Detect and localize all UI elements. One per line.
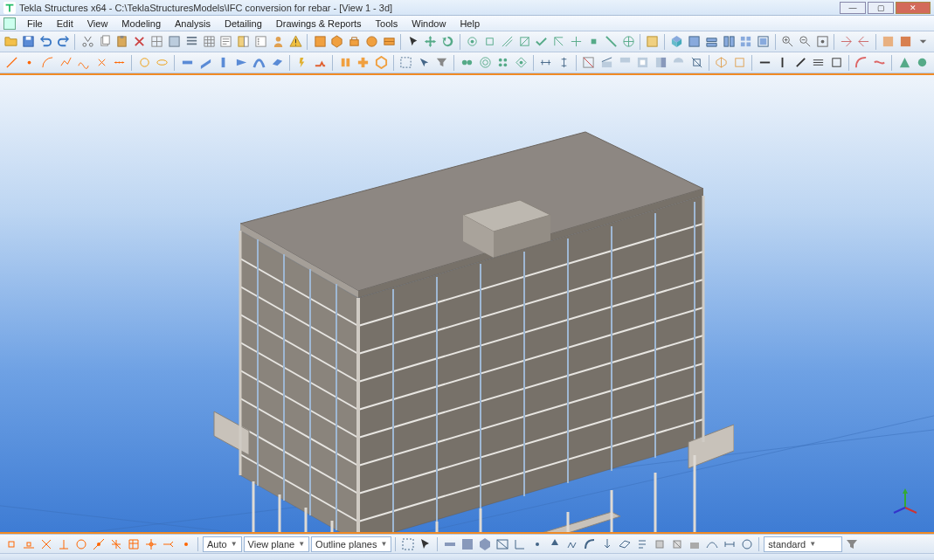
mat-1-icon[interactable] (459, 54, 475, 72)
clip-1-icon[interactable] (581, 54, 598, 72)
copy-icon[interactable] (97, 33, 113, 51)
snap-perp-icon[interactable] (56, 536, 72, 552)
section-4-icon[interactable] (811, 54, 827, 72)
sel-loads-icon[interactable] (599, 536, 615, 552)
shaded-icon[interactable] (166, 33, 182, 51)
wireframe-icon[interactable] (149, 33, 165, 51)
conn-3-icon[interactable] (373, 54, 390, 72)
snap-endpoint-icon[interactable] (3, 536, 19, 552)
sel-pour-icon[interactable] (687, 536, 702, 552)
clip-6-icon[interactable] (671, 54, 688, 72)
beam-5-icon[interactable] (252, 54, 268, 72)
ellipse-icon[interactable] (155, 54, 171, 72)
dim-2-icon[interactable] (556, 54, 572, 72)
snap-8-icon[interactable] (586, 33, 602, 51)
component-2-icon[interactable] (329, 33, 345, 51)
3d-viewport[interactable] (0, 75, 934, 532)
mat-4-icon[interactable] (513, 54, 529, 72)
delete-icon[interactable] (132, 33, 148, 51)
undo-icon[interactable] (38, 33, 54, 51)
open-icon[interactable] (3, 33, 19, 51)
pointer-icon[interactable] (405, 33, 421, 51)
clash-icon[interactable] (287, 33, 303, 51)
sel-all-icon[interactable] (400, 536, 416, 552)
spline-icon[interactable] (75, 54, 92, 72)
sel-welds-icon[interactable] (564, 536, 580, 552)
extra-1-icon[interactable] (839, 33, 854, 51)
select-1-icon[interactable] (398, 54, 414, 72)
snap-ref-icon[interactable] (143, 536, 159, 552)
sel-planes-icon[interactable] (617, 536, 633, 552)
sel-cursor-icon[interactable] (418, 536, 433, 552)
catalog-icon[interactable] (236, 33, 252, 51)
snap-auto-dropdown[interactable]: Auto▼ (203, 536, 242, 552)
sel-points-icon[interactable] (529, 536, 545, 552)
zoom-fit-icon[interactable] (814, 33, 830, 51)
section-2-icon[interactable] (774, 54, 791, 72)
section-1-icon[interactable] (757, 54, 773, 72)
beam-3-icon[interactable] (215, 54, 232, 72)
snap-4-icon[interactable] (516, 33, 532, 51)
selection-filter-dropdown[interactable]: standard▼ (764, 536, 842, 552)
sel-rebar-icon[interactable] (582, 536, 598, 552)
outline-planes-dropdown[interactable]: Outline planes▼ (311, 536, 391, 552)
line-icon[interactable] (3, 54, 20, 72)
snap-3-icon[interactable] (499, 33, 515, 51)
cross-icon[interactable] (93, 54, 110, 72)
mat-3-icon[interactable] (495, 54, 511, 72)
snap-6-icon[interactable] (551, 33, 567, 51)
snap-2-icon[interactable] (481, 33, 497, 51)
final-1-icon[interactable] (896, 54, 913, 72)
sel-distance-icon[interactable] (722, 536, 737, 552)
clip-7-icon[interactable] (688, 54, 705, 72)
mdi-icon[interactable] (3, 17, 16, 30)
section-5-icon[interactable] (828, 54, 845, 72)
view-4-icon[interactable] (721, 33, 737, 51)
weld-icon[interactable] (312, 54, 329, 72)
beam-2-icon[interactable] (197, 54, 214, 72)
point-icon[interactable] (22, 54, 38, 72)
mat-2-icon[interactable] (477, 54, 494, 72)
view-3-icon[interactable] (703, 33, 719, 51)
drop-1-icon[interactable] (915, 33, 931, 51)
component-1-icon[interactable] (312, 33, 328, 51)
snap-1-icon[interactable] (465, 33, 481, 51)
grid-icon[interactable] (201, 33, 217, 51)
sel-views-icon[interactable] (495, 536, 510, 552)
section-3-icon[interactable] (792, 54, 809, 72)
redo-icon[interactable] (56, 33, 72, 51)
zoom-out-icon[interactable] (797, 33, 813, 51)
properties-icon[interactable] (218, 33, 234, 51)
divide-icon[interactable] (112, 54, 128, 72)
snap-nearest-icon[interactable] (91, 536, 107, 552)
close-button[interactable]: ✕ (896, 2, 931, 14)
sel-grids-icon[interactable] (512, 536, 528, 552)
component-4-icon[interactable] (364, 33, 380, 51)
menu-file[interactable]: File (21, 17, 49, 30)
view-6-icon[interactable] (756, 33, 771, 51)
snap-7-icon[interactable] (569, 33, 585, 51)
snap-ext-icon[interactable] (161, 536, 176, 552)
iso-icon[interactable] (714, 54, 730, 72)
beam-4-icon[interactable] (233, 54, 250, 72)
snap-intersect-icon[interactable] (38, 536, 54, 552)
extra-2-icon[interactable] (856, 33, 872, 51)
menu-window[interactable]: Window (405, 17, 452, 30)
move-icon[interactable] (423, 33, 439, 51)
render-1-icon[interactable] (645, 33, 661, 51)
menu-help[interactable]: Help (453, 17, 486, 30)
component-5-icon[interactable] (381, 33, 397, 51)
minimize-button[interactable]: — (840, 2, 866, 14)
view-plane-dropdown[interactable]: View plane▼ (244, 536, 310, 552)
menu-analysis[interactable]: Analysis (169, 17, 217, 30)
menu-detailing[interactable]: Detailing (218, 17, 268, 30)
view-2-icon[interactable] (686, 33, 702, 51)
sel-ref-icon[interactable] (652, 536, 668, 552)
sel-final-icon[interactable] (739, 536, 755, 552)
snap-5-icon[interactable] (534, 33, 550, 51)
plate-icon[interactable] (269, 54, 286, 72)
sel-assemblies-icon[interactable] (477, 536, 493, 552)
rebar-1-icon[interactable] (854, 54, 870, 72)
snap-any-icon[interactable] (108, 536, 124, 552)
select-2-icon[interactable] (416, 54, 432, 72)
